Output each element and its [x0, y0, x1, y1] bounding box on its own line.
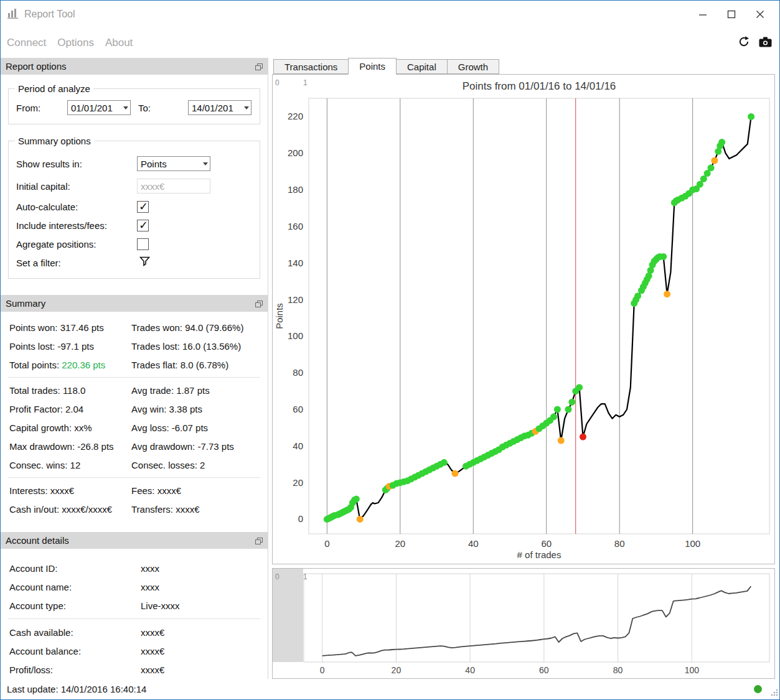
svg-text:40: 40: [468, 538, 479, 549]
chevron-down-icon: [203, 162, 208, 166]
svg-text:40: 40: [293, 441, 303, 451]
summary-row: Capital growth: xx%Avg loss: -6.07 pts: [1, 418, 268, 437]
chart-tabs: Transactions Points Capital Growth: [272, 58, 775, 74]
initial-capital-input[interactable]: xxxx€: [137, 179, 210, 194]
summary-row: Points lost: -97.1 ptsTrades lost: 16.0 …: [1, 337, 268, 355]
tab-growth[interactable]: Growth: [447, 59, 499, 74]
svg-text:80: 80: [613, 665, 623, 675]
maximize-button[interactable]: [717, 1, 746, 28]
set-filter-label: Set a filter:: [16, 258, 137, 268]
svg-text:140: 140: [288, 258, 303, 268]
menu-bar: Connect Options About: [1, 28, 779, 58]
summary-row: Profit Factor: 2.04Avg win: 3.38 pts: [1, 399, 268, 418]
svg-text:120: 120: [288, 294, 303, 305]
account-row: Account name:xxxx: [1, 577, 268, 596]
initial-capital-label: Initial capital:: [16, 181, 137, 192]
camera-icon: [759, 37, 772, 47]
account-row: Account ID:xxxx: [1, 559, 268, 577]
summary-row: Max drawdown: -26.8 ptsAvg drawdown: -7.…: [1, 437, 268, 455]
summary-row: Total trades: 118.0Avg trade: 1.87 pts: [1, 381, 268, 399]
auto-calculate-checkbox[interactable]: [137, 201, 149, 213]
tab-capital[interactable]: Capital: [396, 59, 448, 74]
window-controls: [688, 1, 774, 28]
filter-button[interactable]: [139, 256, 150, 269]
to-date-select[interactable]: 14/01/201: [188, 100, 251, 115]
resize-grip[interactable]: [769, 688, 778, 698]
account-row: Account balance:xxxx€: [1, 642, 268, 660]
app-window: Report Tool Connect Options About: [0, 0, 780, 700]
float-panel-icon[interactable]: [255, 299, 263, 310]
tab-transactions[interactable]: Transactions: [273, 59, 349, 74]
close-button[interactable]: [746, 1, 774, 28]
svg-text:0: 0: [320, 665, 325, 675]
report-options-header: Report options: [1, 58, 268, 75]
summary-group-cash: Interests: xxxx€Fees: xxxx€ Cash in/out:…: [1, 481, 268, 518]
svg-text:20: 20: [392, 665, 402, 675]
svg-text:0: 0: [324, 538, 329, 549]
summary-options-groupbox: Summary options Show results in: Points …: [8, 141, 260, 279]
from-date-select[interactable]: 01/01/201: [67, 100, 131, 115]
svg-text:Points from 01/01/16 to 14/01/: Points from 01/01/16 to 14/01/16: [463, 80, 616, 92]
chevron-down-icon: [244, 106, 249, 110]
connection-status-dot: [754, 685, 762, 693]
svg-text:100: 100: [685, 665, 700, 675]
show-results-label: Show results in:: [16, 159, 137, 169]
menu-about[interactable]: About: [105, 37, 133, 49]
close-icon: [756, 10, 764, 19]
float-panel-icon[interactable]: [255, 62, 263, 73]
account-row: Account type:Live-xxxx: [1, 596, 268, 615]
from-label: From:: [16, 103, 67, 113]
refresh-icon: [738, 35, 750, 48]
status-bar: Last update: 14/01/2016 16:40:14: [1, 679, 779, 699]
separator: [8, 618, 260, 619]
separator: [8, 477, 260, 478]
float-panel-icon[interactable]: [255, 536, 263, 547]
summary-group-points: Points won: 317.46 ptsTrades won: 94.0 (…: [1, 318, 268, 374]
account-details-title: Account details: [6, 535, 69, 546]
summary-options-legend: Summary options: [15, 136, 94, 146]
window-title: Report Tool: [24, 9, 75, 20]
points-chart-container: 0 1 020406080100020406080100120140160180…: [272, 74, 775, 564]
summary-row: Cash in/out: xxxx€/xxxx€Transfers: xxxx€: [1, 500, 268, 518]
svg-text:220: 220: [288, 111, 303, 121]
points-chart-svg: 0204060801000204060801001201401601802002…: [273, 75, 774, 564]
period-groupbox: Period of analyze From: 01/01/201 To: 14…: [8, 88, 260, 124]
account-details-header: Account details: [1, 532, 268, 549]
summary-row: Consec. wins: 12Consec. losses: 2: [1, 455, 268, 474]
menu-connect[interactable]: Connect: [7, 37, 46, 49]
summary-title: Summary: [6, 298, 45, 309]
account-row: Profit/loss:xxxx€: [1, 660, 268, 679]
report-options-title: Report options: [6, 61, 67, 72]
summary-row: Interests: xxxx€Fees: xxxx€: [1, 481, 268, 500]
svg-text:20: 20: [395, 538, 405, 549]
axis-mini-label: 0: [275, 572, 280, 581]
summary-body: Points won: 317.46 ptsTrades won: 94.0 (…: [1, 312, 268, 532]
total-points-value: 220.36 pts: [62, 360, 105, 370]
agregate-positions-checkbox[interactable]: [137, 238, 149, 250]
svg-text:# of trades: # of trades: [517, 549, 562, 560]
tab-points[interactable]: Points: [348, 58, 397, 75]
filter-icon: [139, 256, 150, 266]
screenshot-button[interactable]: [759, 37, 772, 50]
include-fees-checkbox[interactable]: [137, 220, 149, 231]
last-update-text: Last update: 14/01/2016 16:40:14: [7, 684, 146, 694]
minimize-button[interactable]: [688, 1, 717, 28]
svg-text:60: 60: [541, 538, 552, 549]
menu-options[interactable]: Options: [57, 37, 94, 49]
chevron-down-icon: [123, 106, 128, 110]
refresh-button[interactable]: [738, 35, 750, 50]
svg-text:20: 20: [293, 477, 303, 488]
period-legend: Period of analyze: [15, 83, 93, 94]
separator: [8, 377, 260, 378]
left-panel: Report options Period of analyze From: 0…: [1, 58, 268, 679]
axis-mini-label: 0: [275, 78, 280, 87]
svg-text:200: 200: [288, 147, 303, 158]
svg-text:80: 80: [293, 367, 303, 378]
auto-calculate-label: Auto-calculate:: [16, 202, 137, 212]
app-icon: [7, 7, 19, 22]
show-results-select[interactable]: Points: [137, 156, 210, 171]
svg-text:100: 100: [685, 538, 700, 549]
svg-text:180: 180: [288, 184, 303, 195]
summary-row: Total points: 220.36 pts Trades flat: 8.…: [1, 355, 268, 374]
summary-header: Summary: [1, 295, 268, 312]
